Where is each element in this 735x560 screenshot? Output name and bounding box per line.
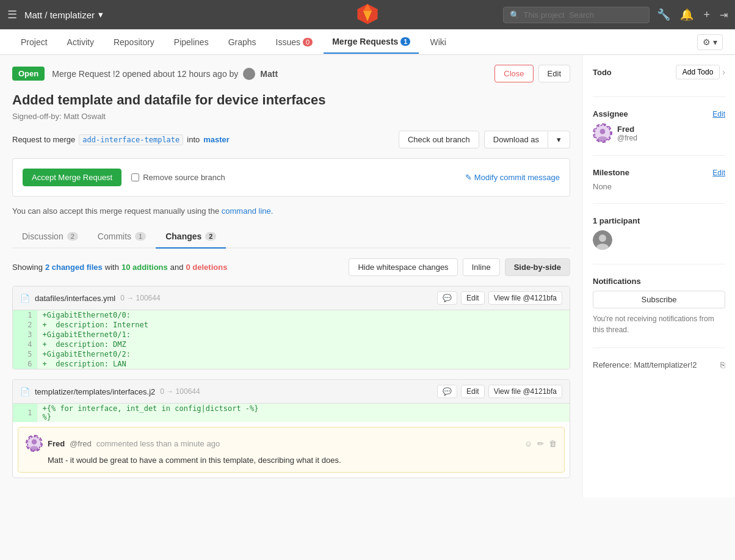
nav-activity[interactable]: Activity [59,31,103,53]
changed-files[interactable]: 2 changed files [45,263,103,272]
assignee-info: Fred @fred [617,125,637,142]
search-input[interactable] [523,10,633,20]
file-1-revision: 0 → 100644 [120,294,160,302]
svg-point-9 [30,446,38,451]
diff-row: 3 +GigabitEthernet0/1: [13,330,570,340]
changes-count: 2 [205,232,216,241]
mr-badge: 1 [400,37,410,46]
plus-icon[interactable]: + [703,9,710,21]
inline-view-button[interactable]: Inline [463,258,500,276]
search-box[interactable]: 🔍 [503,7,650,23]
comment-handle: @fred [70,439,92,448]
diff-table-2: 1 +{% for interface, int_det in config|d… [13,404,570,422]
bell-icon[interactable]: 🔔 [680,8,693,21]
additions-count: 10 additions [121,263,168,272]
download-button[interactable]: Download as [484,131,548,148]
hide-whitespace-button[interactable]: Hide whitespace changes [349,258,457,276]
diff-stats-left: Showing 2 changed files with 10 addition… [12,263,227,272]
top-nav: ☰ Matt / templatizer ▾ 🔍 🔧 🔔 + ⇥ [0,0,735,29]
cmd-line-link[interactable]: command line. [222,206,273,216]
nav-graphs[interactable]: Graphs [220,31,265,53]
subscribe-button[interactable]: Subscribe [593,291,725,308]
wrench-icon[interactable]: 🔧 [657,8,670,21]
milestone-edit-link[interactable]: Edit [712,169,725,177]
tab-discussion[interactable]: Discussion 2 [12,225,88,247]
settings-button[interactable]: ⚙ ▾ [697,34,723,50]
nav-pipelines[interactable]: Pipelines [165,31,217,53]
file-1-name: datafiles/interfaces.yml [35,294,115,303]
delete-comment-icon[interactable]: 🗑 [549,439,557,448]
modify-commit-link[interactable]: ✎ Modify commit message [465,173,560,182]
nav-wiki[interactable]: Wiki [421,31,454,53]
comment-box: Fred @fred commented less than a minute … [18,427,565,473]
accept-merge-button[interactable]: Accept Merge Request [23,169,121,186]
tab-commits[interactable]: Commits 1 [88,225,156,247]
notifications-label: Notifications [593,277,725,286]
sidebar-reference: Reference: Matt/templatizer!2 ⎘ [593,360,725,382]
merge-info-left: Request to merge add-interface-template … [12,134,230,145]
nav-project[interactable]: Project [12,31,56,53]
todo-expand-icon[interactable]: › [722,67,725,77]
signout-icon[interactable]: ⇥ [720,9,728,21]
author-name: Matt [260,69,278,79]
sidebar-milestone: Milestone Edit None [593,168,725,204]
sidebar: Todo Add Todo › Assignee Edit [582,55,735,498]
mr-title: Added template and datafile for device i… [12,92,570,108]
comment-header: Fred @fred commented less than a minute … [26,435,557,452]
remove-source-label[interactable]: Remove source branch [131,173,225,182]
hamburger-icon[interactable]: ☰ [7,8,17,21]
accept-box: Accept Merge Request Remove source branc… [12,158,570,197]
deletions-count: 0 deletions [186,263,227,272]
checkout-branch-button[interactable]: Check out branch [399,131,479,148]
mr-subtitle: Signed-off-by: Matt Oswalt [12,112,570,121]
add-todo-button[interactable]: Add Todo [676,65,720,79]
edit-comment-icon[interactable]: ✏ [537,439,544,448]
svg-point-11 [600,129,606,134]
file-2-comment-button[interactable]: 💬 [437,385,457,398]
file-1-view-button[interactable]: View file @4121bfa [488,291,562,305]
brand-link[interactable]: Matt / templatizer ▾ [24,9,103,20]
file-diff-2: 📄 templatizer/templates/interfaces.j2 0 … [12,379,570,478]
file-diff-1-header-right: 💬 Edit View file @4121bfa [437,291,562,305]
content-area: Open Merge Request !2 opened about 12 ho… [0,55,582,498]
file-1-edit-button[interactable]: Edit [461,291,485,305]
file-2-icon: 📄 [20,387,30,396]
file-diff-2-header-left: 📄 templatizer/templates/interfaces.j2 0 … [20,387,200,396]
assignee-edit-link[interactable]: Edit [712,110,725,118]
side-by-side-button[interactable]: Side-by-side [505,258,570,276]
file-2-view-button[interactable]: View file @4121bfa [488,385,562,398]
issues-badge: 0 [303,38,313,46]
emoji-icon[interactable]: ☺ [524,439,532,448]
file-2-edit-button[interactable]: Edit [461,385,485,398]
accept-box-left: Accept Merge Request Remove source branc… [23,169,225,186]
diff-row: 2 + description: Internet [13,320,570,330]
assignee-name: Fred [617,125,637,134]
close-button[interactable]: Close [494,65,533,82]
author-avatar [243,68,255,80]
nav-merge-requests[interactable]: Merge Requests 1 [324,31,419,54]
todo-title: Todo [593,68,612,77]
brand-text: Matt / templatizer [24,10,95,20]
svg-point-12 [598,136,607,142]
source-branch[interactable]: add-interface-template [79,134,183,145]
assignee-row: Fred @fred [593,123,725,143]
remove-source-checkbox[interactable] [131,173,139,181]
second-nav: Project Activity Repository Pipelines Gr… [0,29,735,55]
download-chevron[interactable]: ▾ [548,131,570,148]
merge-info-right: Check out branch Download as ▾ [399,131,570,148]
tab-changes[interactable]: Changes 2 [156,225,226,249]
assignee-label: Assignee Edit [593,109,725,118]
edit-button[interactable]: Edit [538,65,570,82]
diff-row: 1 +{% for interface, int_det in config|d… [13,404,570,422]
cmd-line-text: You can also accept this merge request m… [12,206,570,216]
mr-status-header: Open Merge Request !2 opened about 12 ho… [12,65,570,82]
copy-reference-icon[interactable]: ⎘ [720,360,725,369]
sidebar-todo: Todo Add Todo › [593,65,725,97]
nav-repository[interactable]: Repository [105,31,163,53]
nav-issues[interactable]: Issues 0 [267,31,322,53]
diff-row: 4 + description: DMZ [13,340,570,349]
notifications-text: You're not receiving notifications from … [593,313,725,335]
file-1-comment-button[interactable]: 💬 [437,291,457,305]
file-diff-2-header-right: 💬 Edit View file @4121bfa [437,385,562,398]
diff-stats: Showing 2 changed files with 10 addition… [12,258,570,276]
